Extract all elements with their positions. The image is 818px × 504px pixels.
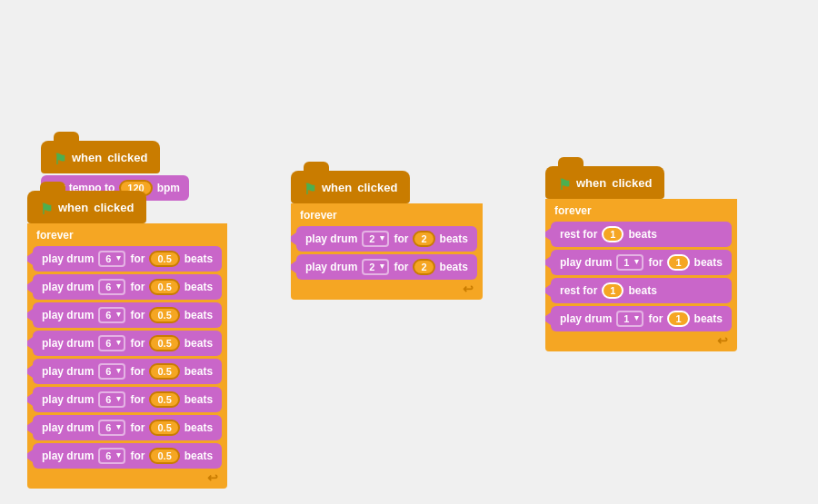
group3-hat-label: when (322, 181, 352, 194)
group4-forever-label: forever (551, 203, 732, 219)
group4-rest-block-1[interactable]: rest for 1 beats (551, 222, 732, 247)
group2-drum-block-5[interactable]: play drum 6 for 0.5 beats (33, 359, 222, 384)
g4-drum-dropdown-2[interactable]: 1 (616, 311, 643, 327)
beats-value-1[interactable]: 0.5 (149, 251, 179, 267)
g3-beats-value-1[interactable]: 2 (413, 231, 434, 247)
g4-drum-beats-1[interactable]: 1 (667, 254, 689, 271)
group1-hat-block[interactable]: when clicked (41, 141, 160, 173)
group4-drum-block-2[interactable]: play drum 1 for 1 beats (551, 306, 732, 331)
beats-value-4[interactable]: 0.5 (149, 335, 179, 351)
g4-rest-beats-1[interactable]: 1 (602, 226, 623, 242)
drum-dropdown-4[interactable]: 6 (98, 335, 125, 351)
group4-forever-block: forever rest for 1 beats play drum 1 for… (545, 199, 737, 351)
group4-drum-block-1[interactable]: play drum 1 for 1 beats (551, 250, 732, 275)
group3-drum-block-2[interactable]: play drum 2 for 2 beats (296, 254, 477, 280)
drum-dropdown-3[interactable]: 6 (98, 307, 125, 323)
beats-value-2[interactable]: 0.5 (149, 279, 179, 295)
group2-forever: when clicked forever play drum 6 for 0.5… (27, 191, 227, 489)
beats-value-6[interactable]: 0.5 (149, 391, 179, 408)
drum-dropdown-2[interactable]: 6 (98, 279, 125, 295)
drum-dropdown-8[interactable]: 6 (98, 448, 125, 464)
g3-drum-dropdown-1[interactable]: 2 (362, 231, 389, 247)
g4-rest-beats-2[interactable]: 1 (602, 282, 623, 299)
g4-drum-beats-2[interactable]: 1 (667, 311, 689, 327)
drum-dropdown-6[interactable]: 6 (98, 391, 125, 408)
group2-hat-label: when (58, 201, 88, 214)
group2-drum-block-4[interactable]: play drum 6 for 0.5 beats (33, 331, 222, 356)
group2-drum-block-1[interactable]: play drum 6 for 0.5 beats (33, 246, 222, 272)
group3-clicked-label: clicked (357, 181, 397, 194)
group3-forever-label: forever (296, 207, 477, 223)
group1-clicked-label: clicked (107, 151, 147, 164)
beats-value-5[interactable]: 0.5 (149, 363, 179, 380)
flag-icon-2 (40, 201, 53, 213)
group3-drum-block-1[interactable]: play drum 2 for 2 beats (296, 226, 477, 252)
group3-hat-block[interactable]: when clicked (291, 171, 410, 203)
group4-hat-block[interactable]: when clicked (545, 166, 664, 199)
group2-drum-block-2[interactable]: play drum 6 for 0.5 beats (33, 274, 222, 300)
drum-dropdown-5[interactable]: 6 (98, 363, 125, 380)
flag-icon-4 (558, 176, 571, 189)
group2-drum-block-6[interactable]: play drum 6 for 0.5 beats (33, 387, 222, 412)
drum-dropdown-7[interactable]: 6 (98, 420, 125, 436)
beats-value-8[interactable]: 0.5 (149, 448, 179, 464)
group4-clicked-label: clicked (612, 176, 652, 190)
group2-forever-label: forever (33, 227, 222, 243)
flag-icon (54, 151, 66, 163)
group2-drum-block-7[interactable]: play drum 6 for 0.5 beats (33, 415, 222, 440)
group4-rest-block-2[interactable]: rest for 1 beats (551, 278, 732, 303)
group1-hat-label: when (72, 151, 102, 164)
g3-beats-value-2[interactable]: 2 (413, 259, 434, 275)
beats-value-3[interactable]: 0.5 (149, 307, 179, 323)
g4-drum-dropdown-1[interactable]: 1 (616, 254, 643, 271)
group2-forever-block: forever play drum 6 for 0.5 beats play d… (27, 223, 227, 489)
group2-drum-block-3[interactable]: play drum 6 for 0.5 beats (33, 302, 222, 328)
group3-forever: when clicked forever play drum 2 for 2 b… (291, 171, 483, 300)
group2-clicked-label: clicked (94, 201, 134, 214)
beats-value-7[interactable]: 0.5 (149, 420, 179, 436)
group4-forever: when clicked forever rest for 1 beats pl… (545, 166, 737, 351)
group2-hat-block[interactable]: when clicked (27, 191, 146, 223)
drum-dropdown-1[interactable]: 6 (98, 251, 125, 267)
group3-forever-block: forever play drum 2 for 2 beats play dru… (291, 203, 483, 300)
g3-drum-dropdown-2[interactable]: 2 (362, 259, 389, 275)
group2-drum-block-8[interactable]: play drum 6 for 0.5 beats (33, 443, 222, 469)
flag-icon-3 (304, 181, 316, 193)
group4-hat-label: when (576, 176, 606, 190)
